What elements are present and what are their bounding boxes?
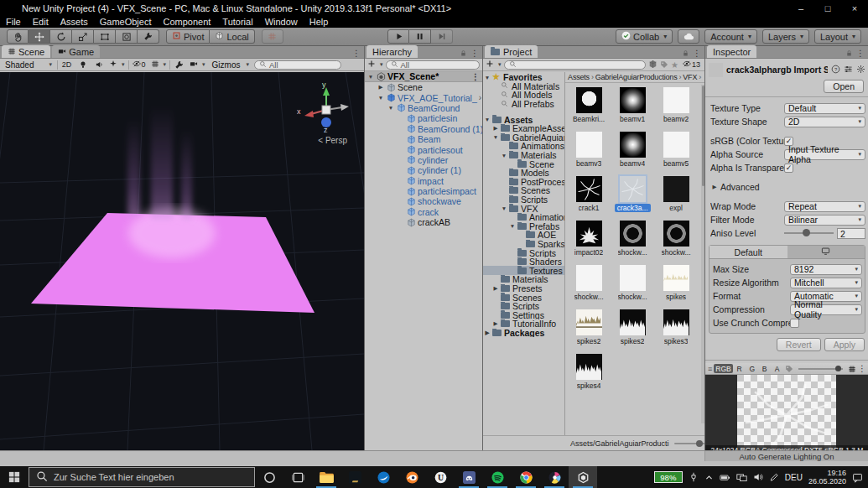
account-dropdown[interactable]: Account ▾ bbox=[704, 29, 757, 44]
asset-tile[interactable]: beamv2 bbox=[654, 85, 698, 129]
menu-tutorial[interactable]: Tutorial bbox=[216, 16, 258, 28]
asset-tile[interactable]: spikes2 bbox=[567, 307, 611, 351]
2d-toggle[interactable]: 2D bbox=[60, 60, 74, 70]
screen-cast-icon[interactable] bbox=[736, 472, 747, 483]
hierarchy-item[interactable]: impact bbox=[365, 176, 482, 186]
mip-level-slider[interactable] bbox=[798, 368, 843, 370]
asset-tile[interactable]: crack3a... bbox=[611, 174, 654, 218]
preview-menu-icon[interactable]: ⋮ bbox=[858, 364, 866, 373]
expand-arrow-icon[interactable]: ▼ bbox=[366, 74, 375, 80]
scene-search-input[interactable]: All bbox=[254, 60, 341, 70]
unreal-engine-taskbar-icon[interactable]: U bbox=[426, 466, 455, 488]
shading-mode-dropdown[interactable]: Shaded ▾ bbox=[2, 60, 55, 70]
project-tree-item[interactable]: ▶Packages bbox=[483, 329, 564, 338]
help-icon[interactable]: ? bbox=[831, 62, 840, 77]
panel-menu-icon[interactable]: ⋮ bbox=[693, 49, 701, 58]
gizmo-center-cube[interactable] bbox=[322, 106, 330, 114]
field-number-input[interactable]: 2 bbox=[837, 228, 865, 239]
menu-assets[interactable]: Assets bbox=[55, 16, 94, 28]
asset-tile[interactable]: shockw... bbox=[611, 218, 654, 262]
panel-menu-icon[interactable]: ⋮ bbox=[352, 49, 361, 58]
custom-tool-icon[interactable] bbox=[138, 29, 159, 44]
gear-icon[interactable] bbox=[856, 62, 865, 77]
project-tree-item[interactable]: ▶ExampleAssets bbox=[483, 124, 564, 133]
expand-arrow-icon[interactable]: ▶ bbox=[484, 330, 491, 336]
project-tree-item[interactable]: ▼VFX bbox=[483, 204, 564, 213]
channel-b-button[interactable]: B bbox=[759, 364, 771, 373]
file-explorer-taskbar-icon[interactable] bbox=[312, 466, 340, 488]
expand-arrow-icon[interactable]: ▼ bbox=[492, 134, 499, 140]
asset-tile[interactable]: crack1 bbox=[567, 174, 611, 218]
field-dropdown[interactable]: Normal Quality▾ bbox=[790, 304, 862, 315]
rotate-tool-icon[interactable] bbox=[50, 29, 72, 44]
tab-hierarchy[interactable]: Hierarchy bbox=[366, 45, 418, 58]
field-dropdown[interactable]: Mitchell▾ bbox=[790, 278, 862, 288]
hidden-count-icon[interactable]: 13 bbox=[681, 60, 702, 70]
menu-window[interactable]: Window bbox=[259, 16, 304, 28]
task-view-button[interactable] bbox=[283, 466, 312, 488]
tab-game[interactable]: Game bbox=[52, 45, 100, 58]
project-tree-item[interactable]: Scripts bbox=[483, 248, 564, 257]
expand-arrow-icon[interactable]: ▼ bbox=[484, 117, 491, 122]
breadcrumb-root[interactable]: Assets bbox=[568, 73, 590, 81]
collab-button[interactable]: Collab ▾ bbox=[616, 29, 673, 44]
panel-menu-icon[interactable]: ⋮ bbox=[470, 49, 479, 58]
move-tool-icon[interactable] bbox=[29, 29, 50, 44]
color-swatch-icon[interactable] bbox=[785, 361, 793, 376]
project-tree-item[interactable]: Scenes bbox=[483, 186, 564, 195]
asset-tile[interactable]: shockw... bbox=[654, 218, 698, 262]
project-tree-item[interactable]: Shaders bbox=[483, 257, 564, 267]
expand-arrow-icon[interactable]: ▶ bbox=[377, 84, 385, 91]
action-center-icon[interactable] bbox=[852, 472, 863, 483]
project-tree-item[interactable]: All Models bbox=[483, 91, 564, 100]
expand-arrow-icon[interactable]: ▼ bbox=[484, 75, 491, 80]
project-tree-item[interactable]: Scene bbox=[483, 159, 564, 169]
cortana-button[interactable] bbox=[255, 466, 283, 488]
lighting-toggle-icon[interactable] bbox=[75, 60, 90, 70]
scene-camera-icon[interactable]: ▾ bbox=[188, 60, 207, 70]
pause-button[interactable] bbox=[409, 29, 431, 44]
keyboard-language[interactable]: DEU bbox=[785, 473, 803, 482]
thumbnail-size-slider[interactable] bbox=[674, 443, 705, 444]
menu-help[interactable]: Help bbox=[304, 16, 335, 28]
taskbar-search-input[interactable]: Zur Suche Text hier eingeben bbox=[29, 467, 255, 487]
local-toggle[interactable]: Local bbox=[210, 29, 254, 44]
hierarchy-item[interactable]: particlesimpact bbox=[365, 186, 482, 196]
hidden-objects-icon[interactable]: 0 bbox=[131, 60, 148, 70]
maximize-button[interactable]: □ bbox=[814, 0, 841, 16]
hierarchy-item[interactable]: cylinder (1) bbox=[365, 165, 482, 175]
lock-icon[interactable] bbox=[845, 49, 853, 57]
channel-g-button[interactable]: G bbox=[746, 364, 758, 373]
project-tree-item[interactable]: Animations bbox=[483, 213, 564, 222]
project-tree-item[interactable]: Textures bbox=[483, 266, 564, 275]
audio-toggle-icon[interactable] bbox=[91, 60, 106, 70]
hierarchy-item[interactable]: particlesout bbox=[365, 144, 482, 154]
channel-r-button[interactable]: R bbox=[734, 364, 746, 373]
search-by-label-icon[interactable] bbox=[660, 57, 668, 72]
hierarchy-item[interactable]: crack bbox=[365, 207, 482, 217]
field-slider[interactable] bbox=[784, 228, 834, 238]
hierarchy-search-input[interactable]: All bbox=[386, 60, 480, 70]
project-tree-item[interactable]: Models bbox=[483, 169, 564, 178]
asset-tile[interactable]: spikes3 bbox=[654, 307, 698, 351]
project-tree-item[interactable]: ▶TutorialInfo bbox=[483, 319, 564, 329]
battery-percentage-badge[interactable]: 98% bbox=[654, 471, 683, 483]
field-checkbox[interactable]: ✓ bbox=[784, 164, 793, 173]
layout-dropdown[interactable]: Layout ▾ bbox=[814, 29, 861, 44]
expand-arrow-icon[interactable]: ▼ bbox=[509, 223, 516, 229]
paint-app-taskbar-icon[interactable] bbox=[540, 466, 569, 488]
expand-arrow-icon[interactable]: ▶ bbox=[492, 320, 499, 327]
asset-tile[interactable]: Beamkri... bbox=[567, 85, 611, 129]
blender-taskbar-icon[interactable] bbox=[398, 466, 426, 488]
project-tree-item[interactable]: PostProcess bbox=[483, 178, 564, 187]
project-tree-item[interactable]: AOE bbox=[483, 231, 564, 240]
tab-inspector[interactable]: Inspector bbox=[707, 45, 756, 58]
project-tree-item[interactable]: ▼★Favorites bbox=[483, 73, 564, 82]
auto-generate-lighting-status[interactable]: Auto Generate Lighting On bbox=[704, 451, 868, 461]
menu-gameobject[interactable]: GameObject bbox=[94, 16, 158, 28]
project-search-input[interactable] bbox=[504, 60, 647, 70]
scene-viewport[interactable]: y x z < Persp bbox=[0, 72, 364, 450]
expand-arrow-icon[interactable]: ▼ bbox=[387, 105, 395, 111]
gizmos-dropdown[interactable]: Gizmos ▾ bbox=[209, 60, 252, 70]
rect-tool-icon[interactable] bbox=[94, 29, 116, 44]
